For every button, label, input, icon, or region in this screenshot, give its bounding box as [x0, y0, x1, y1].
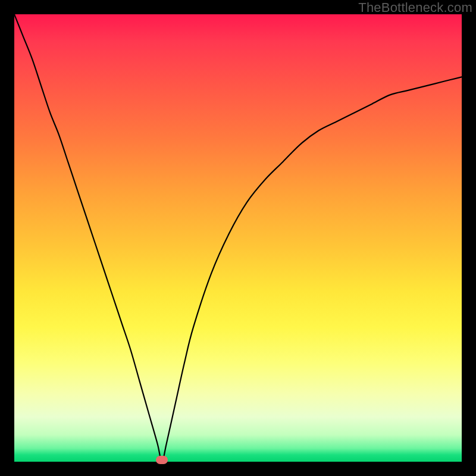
- chart-plot-area: [14, 14, 462, 462]
- chart-curve: [14, 14, 462, 462]
- curve-min-marker: [156, 456, 168, 464]
- watermark-text: TheBottleneck.com: [358, 0, 472, 15]
- chart-frame: TheBottleneck.com: [0, 0, 476, 476]
